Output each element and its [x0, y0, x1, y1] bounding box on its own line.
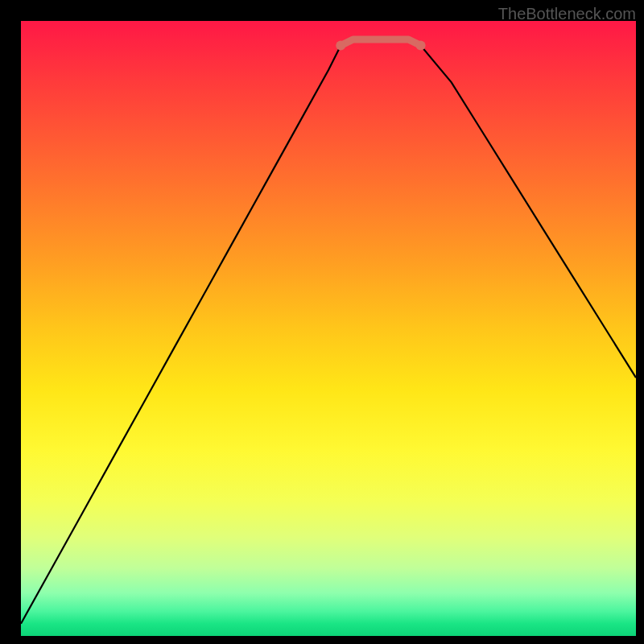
watermark-text: TheBottleneck.com [498, 5, 636, 23]
optimal-range-end-dot [416, 41, 426, 51]
bottleneck-chart [21, 21, 636, 636]
optimal-range-marker [341, 39, 420, 46]
bottleneck-curve-line [21, 39, 636, 624]
optimal-range-start-dot [336, 41, 345, 51]
